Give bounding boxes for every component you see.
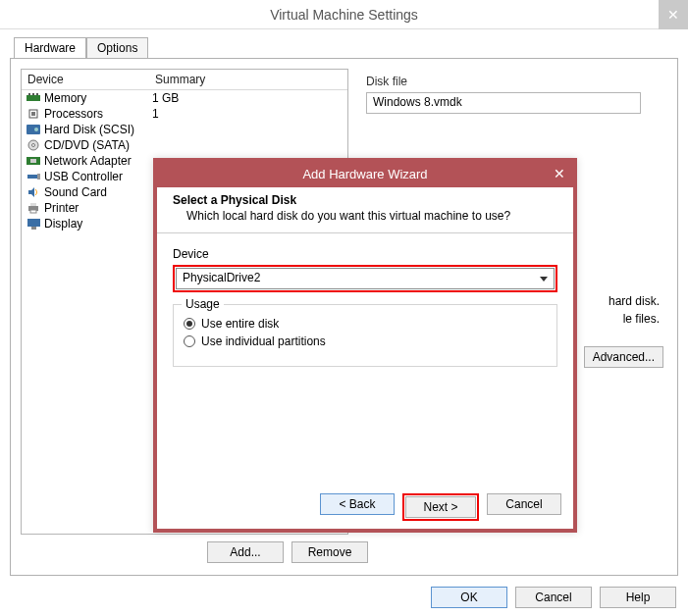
svg-point-7 (34, 128, 38, 131)
device-name: Memory (44, 91, 152, 105)
help-button[interactable]: Help (600, 587, 676, 608)
device-row-memory[interactable]: Memory 1 GB (22, 90, 347, 106)
add-hardware-wizard: Add Hardware Wizard ✕ Select a Physical … (153, 158, 577, 533)
cancel-button[interactable]: Cancel (515, 587, 592, 608)
memory-icon (26, 91, 41, 105)
column-summary[interactable]: Summary (149, 70, 347, 89)
add-button[interactable]: Add... (207, 541, 284, 563)
window-titlebar: Virtual Machine Settings ✕ (0, 0, 688, 29)
device-name: Display (44, 217, 152, 231)
wizard-title: Add Hardware Wizard (302, 167, 427, 181)
usage-group: Usage Use entire disk Use individual par… (173, 304, 557, 367)
svg-rect-18 (31, 227, 36, 230)
radio-icon (184, 335, 195, 347)
wizard-heading: Select a Physical Disk (173, 193, 296, 207)
window-close-button[interactable]: ✕ (659, 0, 688, 29)
radio-icon (184, 318, 195, 330)
radio-use-individual-partitions[interactable]: Use individual partitions (184, 334, 547, 348)
svg-rect-3 (36, 93, 38, 95)
device-summary: 1 (152, 107, 344, 121)
svg-rect-1 (28, 93, 30, 95)
device-field-label: Device (173, 247, 557, 261)
capacity-text-fragment: hard disk. (609, 294, 660, 308)
hdd-icon (26, 123, 41, 136)
usb-icon (26, 170, 41, 183)
svg-rect-5 (31, 112, 35, 116)
svg-rect-11 (30, 159, 36, 163)
svg-rect-17 (27, 219, 40, 227)
wizard-close-button[interactable]: ✕ (550, 165, 569, 182)
device-details: Disk file Windows 8.vmdk (356, 69, 667, 120)
device-name: Hard Disk (SCSI) (44, 123, 152, 136)
next-button[interactable]: Next > (405, 496, 476, 518)
radio-label: Use entire disk (201, 317, 279, 331)
wizard-titlebar: Add Hardware Wizard ✕ (157, 162, 573, 187)
tab-hardware[interactable]: Hardware (14, 37, 86, 58)
device-row-cd[interactable]: CD/DVD (SATA) (22, 137, 347, 153)
device-name: Printer (44, 201, 152, 215)
tab-options[interactable]: Options (86, 37, 148, 58)
window-title: Virtual Machine Settings (270, 7, 418, 23)
ok-button[interactable]: OK (431, 587, 507, 608)
device-name: Sound Card (44, 185, 152, 199)
device-name: Network Adapter (44, 154, 152, 168)
advanced-button[interactable]: Advanced... (584, 346, 663, 368)
device-name: CD/DVD (SATA) (44, 138, 152, 152)
nic-icon (26, 154, 41, 168)
wizard-body: Device PhysicalDrive2 Usage Use entire d… (157, 233, 573, 375)
cpu-icon (26, 107, 41, 121)
wizard-footer: < Back Next > Cancel (320, 493, 561, 521)
sound-icon (26, 185, 41, 199)
radio-use-entire-disk[interactable]: Use entire disk (184, 317, 547, 331)
back-button[interactable]: < Back (320, 493, 395, 515)
radio-label: Use individual partitions (201, 334, 326, 348)
svg-rect-12 (27, 175, 37, 179)
close-icon: ✕ (554, 161, 565, 186)
device-list-header: Device Summary (22, 70, 347, 90)
device-row-hdd[interactable]: Hard Disk (SCSI) (22, 122, 347, 137)
device-summary: 1 GB (152, 91, 344, 105)
svg-rect-16 (30, 210, 36, 213)
printer-icon (26, 201, 41, 215)
wizard-cancel-button[interactable]: Cancel (487, 493, 561, 515)
device-combo-highlight: PhysicalDrive2 (173, 265, 557, 292)
wizard-subheading: Which local hard disk do you want this v… (186, 209, 557, 223)
svg-rect-15 (30, 203, 36, 206)
svg-point-9 (32, 144, 35, 147)
wizard-header: Select a Physical Disk Which local hard … (157, 187, 573, 233)
cd-icon (26, 138, 41, 152)
remove-button[interactable]: Remove (291, 541, 368, 563)
close-icon: ✕ (667, 7, 679, 23)
diskfile-label: Disk file (366, 75, 658, 88)
device-name: Processors (44, 107, 152, 121)
tabstrip: Hardware Options (14, 37, 678, 58)
next-button-highlight: Next > (402, 493, 479, 521)
device-row-processors[interactable]: Processors 1 (22, 106, 347, 122)
diskfile-input[interactable]: Windows 8.vmdk (366, 92, 641, 114)
device-combobox[interactable]: PhysicalDrive2 (176, 268, 555, 289)
svg-rect-0 (26, 95, 40, 101)
svg-rect-2 (32, 93, 34, 95)
usage-legend: Usage (182, 297, 224, 311)
device-name: USB Controller (44, 170, 152, 183)
column-device[interactable]: Device (22, 70, 149, 89)
display-icon (26, 217, 41, 231)
svg-rect-13 (37, 174, 40, 180)
capacity-text-fragment: le files. (623, 312, 660, 326)
